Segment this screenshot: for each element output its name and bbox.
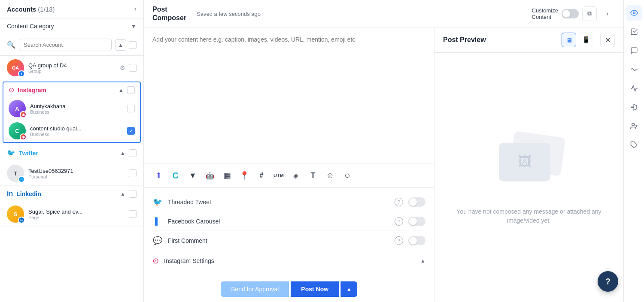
location-button[interactable]: 📍	[237, 168, 252, 183]
link-button[interactable]: ◈	[288, 168, 304, 183]
avatar: A ◉	[9, 100, 26, 117]
veed-button[interactable]: ▼	[185, 168, 200, 183]
copy-button[interactable]: ⧉	[582, 6, 597, 21]
account-type: Page	[28, 215, 125, 220]
platform-header-twitter[interactable]: 🐦 Twitter ▲	[0, 145, 143, 161]
threaded-tweet-label: Threaded Tweet	[168, 199, 389, 205]
twitter-chevron-icon: ▲	[120, 150, 125, 156]
preview-header: Post Preview 🖥 📱 ✕	[434, 27, 623, 53]
tag-icon-button[interactable]	[626, 137, 642, 153]
select-all-checkbox[interactable]	[129, 41, 137, 49]
facebook-carousel-toggle[interactable]	[408, 217, 425, 226]
twitter-group: 🐦 Twitter ▲ T 🐦 TestUse05632971 Personal	[0, 145, 143, 186]
tag-icon	[630, 141, 638, 149]
megaphone-icon-button[interactable]	[626, 100, 642, 115]
composer-textarea[interactable]	[144, 27, 434, 163]
first-comment-help[interactable]: ?	[395, 236, 403, 245]
preview-title: Post Preview	[443, 36, 555, 44]
saved-status: Saved a few seconds ago	[197, 10, 261, 18]
instagram-chevron-icon: ▲	[118, 87, 124, 93]
customize-toggle[interactable]	[562, 9, 579, 18]
platform-header-linkedin[interactable]: in Linkedin ▲	[0, 186, 143, 202]
emoji-button[interactable]: ☺	[322, 168, 338, 183]
instagram-settings-icon: ⊙	[152, 256, 159, 266]
category-selector[interactable]: Content Category ▼	[0, 18, 143, 34]
crello-button[interactable]: C	[168, 168, 183, 183]
account-checkbox[interactable]	[129, 169, 137, 177]
list-item[interactable]: C ◉ content studio qual... Business ✓	[3, 120, 140, 142]
sidebar-collapse-button[interactable]: ‹	[134, 5, 137, 13]
text-format-button[interactable]: T	[305, 168, 321, 183]
platform-header-instagram[interactable]: ⊙ Instagram ▲	[3, 82, 140, 97]
instagram-settings-row[interactable]: ⊙ Instagram Settings ▲	[152, 251, 425, 271]
account-name: Sugar, Spice and ev...	[28, 208, 125, 215]
preview-view-buttons: 🖥 📱	[562, 33, 593, 47]
accounts-title: Accounts(1/13)	[7, 6, 55, 13]
linkedin-chevron-icon: ▲	[120, 191, 125, 197]
account-checkbox[interactable]	[129, 64, 137, 72]
help-button[interactable]: ?	[598, 271, 618, 292]
twitter-group-checkbox[interactable]	[129, 149, 137, 157]
facebook-carousel-help[interactable]: ?	[395, 217, 403, 226]
account-type: Group	[28, 69, 115, 74]
top-bar: Post Composer Saved a few seconds ago Cu…	[144, 0, 623, 27]
threaded-tweet-help[interactable]: ?	[395, 198, 403, 206]
ai-button[interactable]: 🤖	[202, 168, 218, 183]
account-settings-button[interactable]: ⚙	[120, 64, 125, 71]
people-add-icon-button[interactable]	[626, 118, 642, 134]
list-item[interactable]: S in Sugar, Spice and ev... Page	[0, 202, 143, 226]
desktop-view-button[interactable]: 🖥	[562, 33, 576, 47]
linkedin-group-checkbox[interactable]	[129, 190, 137, 198]
first-comment-toggle[interactable]	[408, 236, 425, 245]
customize-label: CustomizeContent	[532, 7, 558, 20]
instagram-settings-label: Instagram Settings	[164, 257, 415, 264]
checklist-icon-button[interactable]	[626, 24, 642, 39]
list-item[interactable]: A ◉ Auntykakhana Business	[3, 97, 140, 120]
preview-close-button[interactable]: ✕	[600, 33, 615, 47]
avatar: C ◉	[9, 122, 26, 139]
grid-button[interactable]: ▦	[219, 168, 235, 183]
accounts-list: QA f QA group of D4 Group ⚙ ⊙ Instagram …	[0, 56, 143, 302]
more-button[interactable]: ○	[340, 168, 355, 183]
threaded-tweet-option: 🐦 Threaded Tweet ?	[152, 193, 425, 211]
utm-button[interactable]: UTM	[271, 168, 286, 183]
nav-forward-button[interactable]: ›	[600, 6, 615, 21]
comment-icon-button[interactable]	[626, 43, 642, 58]
post-now-button[interactable]: Post Now	[291, 281, 339, 297]
upload-button[interactable]: ⬆	[151, 168, 166, 183]
activity-icon-button[interactable]	[626, 81, 642, 96]
post-now-dropdown-button[interactable]: ▲	[340, 281, 357, 297]
preview-empty-message: You have not composed any message or att…	[452, 207, 606, 225]
options-section: 🐦 Threaded Tweet ? ▌ Facebook Carousel ?…	[144, 188, 434, 276]
hashtag-button[interactable]: #	[254, 168, 269, 183]
people-add-icon	[630, 122, 638, 130]
search-up-button[interactable]: ▲	[115, 39, 126, 51]
first-comment-label: First Comment	[168, 237, 389, 244]
category-label: Content Category	[7, 23, 54, 30]
account-checkbox[interactable]: ✓	[127, 127, 135, 135]
activity-icon	[630, 85, 638, 92]
first-comment-icon: 💬	[152, 236, 163, 245]
instagram-group-checkbox[interactable]	[127, 86, 135, 94]
mobile-view-button[interactable]: 📱	[579, 33, 593, 47]
right-sidebar	[623, 0, 644, 302]
platform-name-linkedin: Linkedin	[16, 190, 117, 197]
eye-icon-button[interactable]	[626, 5, 642, 21]
megaphone-icon	[630, 103, 638, 111]
search-input[interactable]	[19, 39, 112, 51]
account-checkbox[interactable]	[129, 210, 137, 218]
account-name: content studio qual...	[30, 125, 123, 132]
toolbar: ⬆ C ▼ 🤖 ▦ 📍 # UTM ◈ T ☺ ○	[144, 163, 434, 188]
platform-badge-ig: ◉	[20, 111, 27, 118]
threaded-tweet-toggle[interactable]	[408, 197, 425, 207]
preview-content: 🖼 🖼 You have not composed any message or…	[434, 53, 623, 302]
preview-card-main: 🖼	[499, 143, 550, 181]
wave-icon-button[interactable]	[626, 62, 642, 77]
platform-badge-li: in	[18, 217, 25, 223]
list-item[interactable]: T 🐦 TestUse05632971 Personal	[0, 161, 143, 185]
customize-section: CustomizeContent ⧉ ›	[532, 6, 615, 21]
list-item[interactable]: QA f QA group of D4 Group ⚙	[0, 56, 143, 80]
account-checkbox[interactable]	[127, 105, 135, 112]
instagram-icon: ⊙	[9, 86, 14, 94]
send-approval-button[interactable]: Send for Approval	[221, 281, 289, 297]
